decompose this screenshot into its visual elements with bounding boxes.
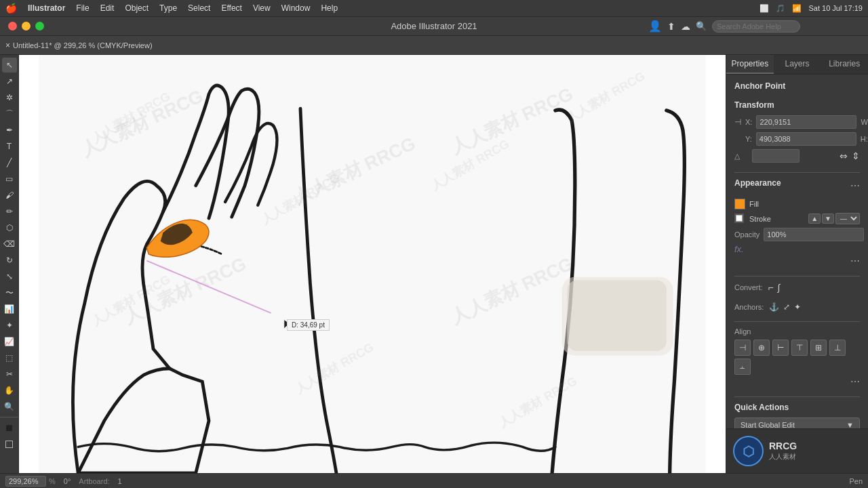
quick-actions-title: Quick Actions [734,403,860,412]
anchor-tool-3[interactable]: ✦ [794,302,801,312]
appearance-title: Appearance [734,178,781,188]
rect-tool[interactable]: ▭ [2,171,17,186]
menu-help[interactable]: Help [321,3,338,13]
align-v-center[interactable]: ⊞ [810,340,827,356]
fx-label[interactable]: fx. [734,244,744,254]
opacity-row: Opacity ▶ [734,228,860,241]
zoom-input[interactable] [5,476,46,487]
lasso-tool[interactable]: ⌒ [2,106,17,121]
type-tool[interactable]: T [2,139,17,154]
warp-tool[interactable]: 〜 [2,285,17,300]
anchor-icons: ⚓ ⤢ ✦ [769,302,801,312]
align-bottom-edge[interactable]: ⊥ [829,340,846,356]
stroke-swatch[interactable]: □ [2,436,17,451]
graph-tool[interactable]: 📊 [2,302,17,317]
tab-close-btn[interactable]: × [5,41,10,50]
anchor-point-section: Anchor Point [734,81,860,91]
corner-icon[interactable]: ⌐ [768,282,774,293]
column-graph-tool[interactable]: 📈 [2,334,17,349]
tab-layers[interactable]: Layers [774,55,821,74]
align-section: Align ⊣ ⊕ ⊢ ⊤ ⊞ ⊥ ⫠ ⋯ [734,327,860,387]
direct-selection-tool[interactable]: ↗ [2,74,17,89]
cloud-icon[interactable]: ☁ [681,21,690,32]
align-left-edge[interactable]: ⊣ [734,340,751,356]
menu-file[interactable]: File [76,3,89,13]
angle-value[interactable] [752,149,800,163]
document-tab[interactable]: × Untitled-11* @ 299,26 % (CMYK/Preview) [5,41,153,50]
align-label: Align [734,327,860,336]
selection-tool[interactable]: ↖ [2,58,17,73]
search-input[interactable] [712,20,800,33]
start-global-edit-button[interactable]: Start Global Edit ▼ [734,418,860,428]
apple-menu[interactable]: 🍎 [5,3,17,14]
transform-y-row: ⊣ Y: H: [734,132,860,146]
fill-row: Fill [734,199,860,209]
convert-section: Convert: ⌐ ∫ [734,282,860,293]
stroke-up[interactable]: ▲ [808,214,821,224]
transform-section: Transform ⊣ X: W: 🔒 ⊣ Y: H: △ [734,100,860,163]
tab-libraries[interactable]: Libraries [821,55,868,74]
stroke-type-select[interactable]: — [835,213,860,224]
search-icon[interactable]: 🔍 [696,21,707,31]
menu-object[interactable]: Object [125,3,149,13]
smooth-icon[interactable]: ∫ [778,282,781,293]
align-h-center[interactable]: ⊕ [753,340,770,356]
symbol-tool[interactable]: ✦ [2,318,17,333]
divider-2 [734,276,860,277]
minimize-button[interactable] [22,22,31,30]
eraser-tool[interactable]: ⌫ [2,237,17,251]
menu-type[interactable]: Type [159,3,177,13]
rotate-tool[interactable]: ↻ [2,253,17,268]
global-edit-label: Start Global Edit [741,421,795,428]
pencil-tool[interactable]: ✏ [2,204,17,219]
opacity-input[interactable] [764,228,864,241]
tab-properties[interactable]: Properties [726,55,774,74]
canvas-area[interactable]: 人人素材 RRCG 人人素材 RRCG 人人素材 RRCG 人人素材 RRCG … [19,55,726,473]
stroke-swatch-container[interactable] [734,214,745,224]
current-tool: Pen [849,477,863,485]
dropdown-arrow-icon: ▼ [846,421,854,428]
convert-label: Convert: [734,283,763,291]
artboard-tool[interactable]: ⬚ [2,350,17,365]
appearance-more-btn[interactable]: ⋯ [850,180,860,191]
appearance-more-btn2[interactable]: ⋯ [850,256,860,266]
pen-tool[interactable]: ✒ [2,123,17,138]
rrcg-brand: RRCG [769,441,797,452]
stroke-label: Stroke [749,215,804,223]
paintbrush-tool[interactable]: 🖌 [2,188,17,203]
align-right-edge[interactable]: ⊢ [772,340,789,356]
user-icon[interactable]: 👤 [648,20,662,33]
x-value[interactable] [756,115,856,129]
align-more-btn[interactable]: ⋯ [850,376,860,387]
main-canvas-svg: 人人素材 RRCG 人人素材 RRCG 人人素材 RRCG 人人素材 RRCG … [19,55,726,473]
hand-tool[interactable]: ✋ [2,383,17,398]
screen-icon: ⬜ [760,4,769,13]
distribute-1[interactable]: ⫠ [734,359,751,375]
menu-select[interactable]: Select [188,3,210,13]
angle-icon: △ [734,152,748,161]
anchor-tool-2[interactable]: ⤢ [783,302,790,312]
fill-swatch[interactable]: ■ [2,420,17,435]
flip-v-icon[interactable]: ⇕ [852,150,860,161]
menu-effect[interactable]: Effect [221,3,241,13]
y-value[interactable] [756,132,856,146]
menu-view[interactable]: View [253,3,271,13]
close-button[interactable] [8,22,17,30]
menu-edit[interactable]: Edit [100,3,115,13]
flip-h-icon[interactable]: ⇔ [840,150,848,161]
maximize-button[interactable] [35,22,44,30]
zoom-tool[interactable]: 🔍 [2,399,17,414]
anchor-tool-1[interactable]: ⚓ [769,302,779,312]
slice-tool[interactable]: ✂ [2,367,17,382]
shaper-tool[interactable]: ⬡ [2,220,17,235]
align-top-edge[interactable]: ⊤ [791,340,808,356]
magic-wand-tool[interactable]: ✲ [2,90,17,105]
stroke-down[interactable]: ▼ [822,214,834,224]
fill-swatch[interactable] [734,199,745,209]
line-tool[interactable]: ╱ [2,155,17,170]
scale-tool[interactable]: ⤡ [2,269,17,284]
anchors-label: Anchors: [734,303,764,311]
right-panel: Properties Layers Libraries Anchor Point… [726,55,868,473]
share-icon[interactable]: ⬆ [667,21,675,32]
menu-window[interactable]: Window [281,3,311,13]
